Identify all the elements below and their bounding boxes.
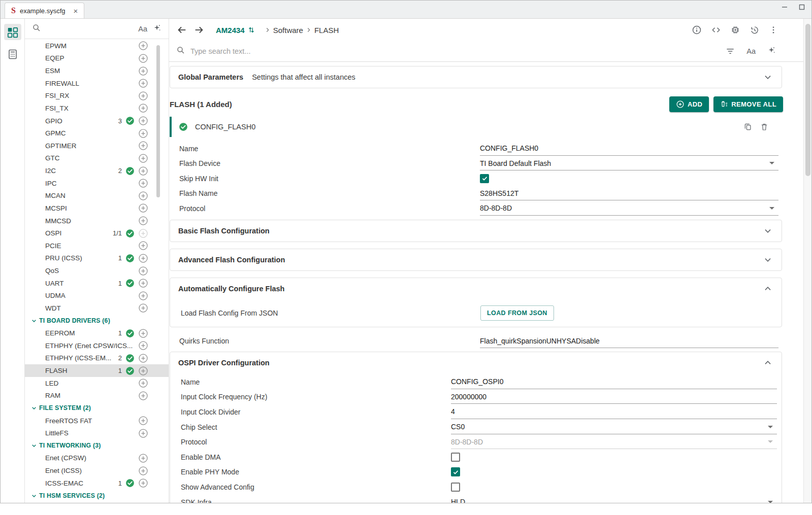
add-instance-icon[interactable] [138,340,148,351]
breadcrumb-software[interactable]: Software [273,26,303,35]
sidebar-item-flash[interactable]: FLASH1 [25,364,169,377]
sidebar-item-enet-icss[interactable]: Enet (ICSS) [25,464,169,477]
name-value[interactable]: CONFIG_FLASH0 [480,144,538,152]
input-clock-frequency-hz-value[interactable]: 200000000 [451,393,486,401]
add-instance-icon[interactable] [138,328,148,338]
sparkle-icon[interactable] [152,23,161,35]
advanced-flash-config-card[interactable]: Advanced Flash Configuration [170,249,782,271]
add-instance-icon[interactable] [138,53,148,63]
add-instance-icon[interactable] [138,191,148,201]
tree-group-ti-hsm-services-2[interactable]: TI HSM SERVICES (2) [25,490,169,502]
history-icon[interactable] [750,25,760,35]
sidebar-item-gptimer[interactable]: GPTIMER [25,140,169,152]
sidebar-item-mcan[interactable]: MCAN [25,190,169,202]
scrollbar-thumb[interactable] [805,24,810,176]
sidebar-item-fsi-rx[interactable]: FSI_RX [25,90,169,102]
sidebar-item-fsi-tx[interactable]: FSI_TX [25,102,169,115]
close-tab-icon[interactable]: × [74,7,78,15]
sidebar-item-ram[interactable]: RAM [25,390,169,402]
filter-list-icon[interactable] [725,46,735,56]
add-instance-icon[interactable] [138,153,148,163]
sidebar-item-mmcsd[interactable]: MMCSD [25,215,169,227]
add-instance-icon[interactable] [138,78,148,88]
sidebar-item-firewall[interactable]: FIREWALL [25,77,169,90]
add-instance-icon[interactable] [138,216,148,226]
quirks-function-value[interactable]: Flash_quirkSpansionUNHYSADisable [480,337,600,345]
add-instance-icon[interactable] [138,41,148,51]
kebab-menu-icon[interactable] [769,25,778,35]
add-instance-icon[interactable] [138,478,148,488]
add-instance-icon[interactable] [138,416,148,426]
duplicate-instance-icon[interactable] [743,122,753,131]
sparkle-icon[interactable] [767,46,776,57]
advanced-flash-config-header[interactable]: Advanced Flash Configuration [170,249,782,270]
add-button[interactable]: ADD [669,96,709,112]
tree-group-ti-networking-3[interactable]: TI NETWORKING (3) [25,439,169,452]
add-instance-icon[interactable] [138,141,148,151]
sdk-infra-value[interactable]: HLD [451,498,465,503]
dropdown-caret-icon[interactable] [768,501,777,503]
add-instance-icon[interactable] [138,166,148,176]
ospi-driver-config-header[interactable]: OSPI Driver Configuration [170,352,782,373]
chip-icon[interactable] [730,25,740,35]
sidebar-item-pcie[interactable]: PCIE [25,239,169,252]
show-advanced-config-checkbox[interactable] [451,483,460,492]
protocol-value[interactable]: 8D-8D-8D [451,438,483,446]
add-instance-icon[interactable] [138,266,148,276]
add-instance-icon[interactable] [138,353,148,363]
sidebar-item-gpmc[interactable]: GPMC [25,127,169,140]
sidebar-item-enet-cpsw[interactable]: Enet (CPSW) [25,452,169,465]
dropdown-caret-icon[interactable] [768,426,777,428]
add-instance-icon[interactable] [138,428,148,438]
global-parameters-card[interactable]: Global Parameters Settings that affect a… [170,66,782,88]
enable-phy-mode-checkbox[interactable] [451,467,460,476]
add-instance-icon[interactable] [138,453,148,463]
add-instance-icon[interactable] [138,391,148,401]
add-instance-icon[interactable] [138,178,148,188]
sidebar-item-mcspi[interactable]: MCSPI [25,202,169,215]
sidebar-item-ethphy-icss-em[interactable]: ETHPHY (ICSS-EM...2 [25,352,169,365]
switch-device-icon[interactable] [247,25,256,35]
sidebar-item-eeprom[interactable]: EEPROM1 [25,327,169,339]
input-clock-divider-value[interactable]: 4 [451,407,455,416]
add-instance-icon[interactable] [138,278,148,288]
breadcrumb-flash[interactable]: FLASH [314,26,339,35]
back-icon[interactable] [176,24,187,36]
add-instance-icon[interactable] [138,103,148,113]
add-instance-icon[interactable] [138,366,148,376]
sidebar-item-gtc[interactable]: GTC [25,152,169,165]
delete-instance-icon[interactable] [760,122,769,131]
forward-icon[interactable] [193,24,205,36]
add-instance-icon[interactable] [138,253,148,263]
sidebar-item-epwm[interactable]: EPWM [25,40,169,52]
chevron-up-icon[interactable] [762,283,773,294]
skip-hw-init-checkbox[interactable] [480,174,489,183]
add-instance-icon[interactable] [138,303,148,313]
chevron-down-icon[interactable] [762,225,773,236]
sidebar-item-ipc[interactable]: IPC [25,177,169,190]
flash-name-value[interactable]: S28HS512T [480,189,518,197]
basic-flash-config-header[interactable]: Basic Flash Configuration [170,220,782,242]
instance-header[interactable]: CONFIG_FLASH0 [170,117,783,137]
maximize-icon[interactable] [798,4,805,11]
sidebar-scrollbar[interactable] [156,45,160,197]
add-instance-icon[interactable] [138,116,148,126]
flash-device-value[interactable]: TI Board Default Flash [480,159,551,167]
sidebar-item-qos[interactable]: QoS [25,264,169,277]
tree-group-file-system-2[interactable]: FILE SYSTEM (2) [25,402,169,415]
sidebar-item-littlefs[interactable]: LittleFS [25,427,169,439]
sidebar-item-wdt[interactable]: WDT [25,302,169,315]
name-value[interactable]: CONFIG_OSPI0 [451,377,503,386]
dropdown-caret-icon[interactable] [769,162,778,164]
sidebar-item-gpio[interactable]: GPIO3 [25,115,169,127]
add-instance-icon[interactable] [138,203,148,213]
minimize-icon[interactable] [781,4,788,11]
sidebar-search-input[interactable] [46,25,133,33]
info-icon[interactable] [692,25,702,35]
auto-configure-header[interactable]: Automatically Configure Flash [170,278,782,299]
add-instance-icon[interactable] [138,66,148,76]
global-parameters-header[interactable]: Global Parameters Settings that affect a… [170,66,782,88]
sidebar-item-icss-emac[interactable]: ICSS-EMAC1 [25,477,169,490]
add-instance-icon[interactable] [138,228,148,238]
code-icon[interactable] [711,25,721,35]
